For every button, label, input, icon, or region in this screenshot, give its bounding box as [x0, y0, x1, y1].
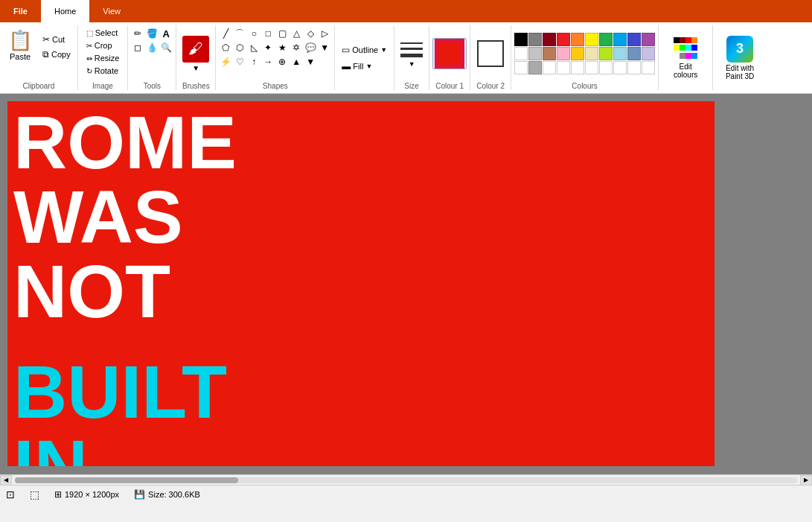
- palette-cell[interactable]: [571, 47, 584, 60]
- palette-cell[interactable]: [585, 61, 598, 74]
- shape-speech[interactable]: 💬: [304, 41, 317, 54]
- edit-colours-button[interactable]: Edit colours: [663, 34, 708, 83]
- edit-with-paint3d-button[interactable]: 3 Edit with Paint 3D: [717, 32, 762, 84]
- shape-scroll-up[interactable]: ▲: [290, 55, 303, 69]
- shape-triangle[interactable]: △: [290, 27, 303, 40]
- shape-line[interactable]: ╱: [219, 27, 232, 40]
- palette-cell[interactable]: [557, 47, 570, 60]
- palette-cell[interactable]: [599, 61, 613, 74]
- horizontal-scrollbar[interactable]: ◀ ▶: [0, 474, 812, 485]
- colours-label: Colours: [514, 80, 655, 90]
- magnify-tool[interactable]: 🔍: [159, 41, 173, 54]
- palette-cell[interactable]: [543, 33, 556, 46]
- outline-fill-label: [338, 89, 391, 90]
- palette-cell[interactable]: [557, 61, 570, 74]
- text-tool[interactable]: A: [159, 27, 173, 40]
- scroll-track-h: [15, 477, 797, 483]
- palette-cell[interactable]: [514, 33, 528, 46]
- palette-cell[interactable]: [599, 33, 613, 46]
- edit-colours-section-label: [663, 89, 708, 90]
- palette-cell[interactable]: [613, 61, 627, 74]
- shape-arrow-4way[interactable]: ⊕: [275, 55, 289, 69]
- colour1-label: Colour 1: [432, 80, 467, 90]
- scroll-left-button[interactable]: ◀: [0, 475, 12, 486]
- shape-more[interactable]: ▼: [318, 41, 331, 54]
- outline-button[interactable]: ▭ Outline ▼: [338, 43, 391, 57]
- file-size-display: 💾 Size: 300.6KB: [134, 489, 200, 500]
- palette-cell[interactable]: [514, 61, 528, 74]
- tab-file[interactable]: File: [0, 0, 41, 22]
- palette-cell[interactable]: [528, 61, 542, 74]
- brushes-button[interactable]: 🖌 ▼: [179, 33, 212, 75]
- palette-cell[interactable]: [599, 47, 613, 60]
- copy-button[interactable]: ⧉ Copy: [39, 48, 74, 61]
- palette-cell[interactable]: [543, 47, 556, 60]
- palette-cell[interactable]: [571, 61, 584, 74]
- shape-rect[interactable]: □: [261, 27, 275, 40]
- color-picker-tool[interactable]: 💧: [145, 41, 159, 54]
- scroll-thumb-h[interactable]: [15, 477, 238, 483]
- palette-cell[interactable]: [571, 33, 584, 46]
- shape-lightning[interactable]: ⚡: [219, 55, 232, 69]
- shape-star6[interactable]: ✡: [290, 41, 303, 54]
- colour2-swatch: [477, 40, 504, 67]
- colour1-button[interactable]: [432, 38, 467, 69]
- shape-scroll-dn[interactable]: ▼: [304, 55, 317, 69]
- palette-cell[interactable]: [585, 47, 598, 60]
- palette-cell[interactable]: [528, 33, 542, 46]
- palette-cell[interactable]: [642, 33, 655, 46]
- image-label: Image: [83, 80, 124, 90]
- built-text-line1: BUILT: [13, 354, 227, 429]
- canvas-image: ROME WAS NOT BUILT IN: [7, 101, 715, 466]
- palette-cell[interactable]: [528, 47, 542, 60]
- canvas-size-indicator: ⊡: [6, 488, 15, 500]
- size-button[interactable]: ▼: [397, 39, 426, 68]
- shape-star4[interactable]: ✦: [261, 41, 275, 54]
- dimensions-display: ⊞ 1920 × 1200px: [54, 489, 119, 500]
- palette-cell[interactable]: [557, 33, 570, 46]
- tools-label: Tools: [131, 80, 173, 90]
- shape-arrow[interactable]: ▷: [318, 27, 331, 40]
- palette-cell[interactable]: [642, 61, 655, 74]
- fill-button[interactable]: ▬ Fill ▼: [338, 60, 391, 73]
- colour2-button[interactable]: [473, 38, 508, 69]
- rotate-button[interactable]: ↻ Rotate: [83, 65, 124, 77]
- pencil-tool[interactable]: ✏: [131, 27, 144, 40]
- shape-heart[interactable]: ♡: [233, 55, 246, 69]
- shape-pentagon[interactable]: ⬠: [219, 41, 232, 54]
- palette-cell[interactable]: [613, 33, 627, 46]
- shape-arrow-up[interactable]: ↑: [247, 55, 260, 69]
- resize-button[interactable]: ⇔ Resize: [83, 52, 124, 64]
- paste-button[interactable]: 📋 Paste: [3, 27, 37, 63]
- shape-hexagon[interactable]: ⬡: [233, 41, 246, 54]
- palette-cell[interactable]: [543, 61, 556, 74]
- canvas-area[interactable]: ROME WAS NOT BUILT IN: [0, 94, 812, 474]
- palette-cell[interactable]: [613, 47, 627, 60]
- brushes-label: Brushes: [179, 80, 212, 90]
- scroll-right-button[interactable]: ▶: [800, 475, 812, 486]
- shape-arrow-right[interactable]: →: [261, 55, 275, 69]
- diagonal-lines-svg: [7, 101, 231, 213]
- palette-cell[interactable]: [627, 61, 641, 74]
- tab-home[interactable]: Home: [41, 0, 89, 22]
- shape-curve[interactable]: ⌒: [233, 27, 246, 40]
- tab-view[interactable]: View: [89, 0, 134, 22]
- crop-button[interactable]: ✂ Crop: [83, 39, 124, 51]
- palette-cell[interactable]: [642, 47, 655, 60]
- shape-oval[interactable]: ○: [247, 27, 260, 40]
- fill-tool[interactable]: 🪣: [145, 27, 159, 40]
- cut-button[interactable]: ✂ Cut: [39, 33, 74, 46]
- palette-cell[interactable]: [627, 33, 641, 46]
- shape-rounded-rect[interactable]: ▢: [275, 27, 289, 40]
- palette-cell[interactable]: [585, 33, 598, 46]
- shape-right-tri[interactable]: ◺: [247, 41, 260, 54]
- colour2-label: Colour 2: [473, 80, 508, 90]
- eraser-tool[interactable]: ◻: [131, 41, 144, 54]
- palette-cell[interactable]: [514, 47, 528, 60]
- shape-star5[interactable]: ★: [275, 41, 289, 54]
- shape-diamond[interactable]: ◇: [304, 27, 317, 40]
- palette-cell[interactable]: [627, 47, 641, 60]
- select-button[interactable]: ⬚ Select: [83, 27, 124, 39]
- clipboard-label: Clipboard: [3, 80, 74, 90]
- size-label: Size: [397, 80, 426, 90]
